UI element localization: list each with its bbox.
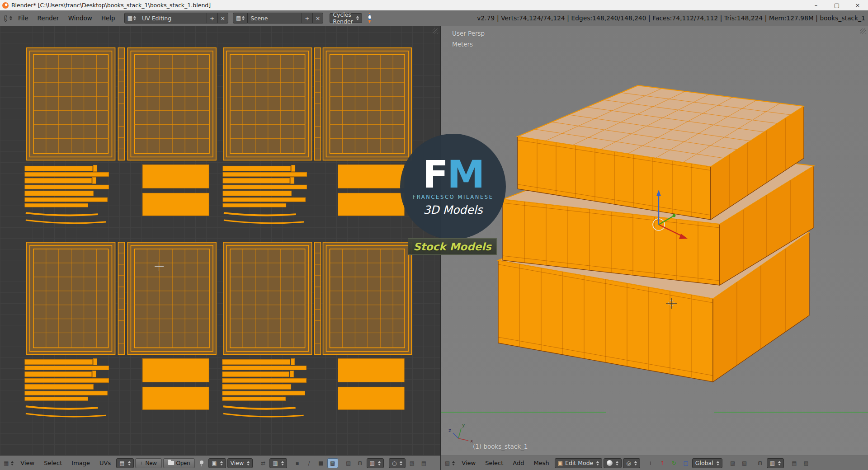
spinner-icon — [247, 461, 250, 465]
open-image-button[interactable]: Open — [163, 458, 195, 468]
toggle-icon: ▧ — [742, 461, 747, 466]
sticky-icon: ▥ — [273, 461, 278, 466]
editor-type-button-3d[interactable]: ▧ — [443, 458, 456, 468]
snap-toggle-button[interactable]: U — [355, 458, 366, 468]
orientation-value: Global — [695, 460, 713, 466]
svg-text:y: y — [462, 422, 465, 428]
pin-toggle-button[interactable] — [196, 458, 207, 468]
snap-element-combo[interactable]: ▥ — [767, 458, 784, 468]
menu-help[interactable]: Help — [97, 10, 120, 26]
spinner-icon — [356, 16, 359, 20]
spinner-icon — [717, 461, 719, 465]
spinner-icon — [9, 16, 12, 20]
viewport-persp-label: User Persp — [452, 30, 485, 37]
menu-render[interactable]: Render — [33, 10, 64, 26]
viewport-units-label: Meters — [452, 41, 473, 48]
uv-toggle-a[interactable]: ▧ — [406, 458, 417, 468]
viewport-shading-combo[interactable] — [604, 458, 622, 468]
sticky-selection-combo[interactable]: ▥ — [269, 458, 287, 468]
scene-add-button[interactable]: + — [302, 13, 312, 24]
uv-menu-image[interactable]: Image — [67, 456, 94, 470]
screen-layout-add-button[interactable]: + — [207, 13, 217, 24]
layout-grid-icon: ▦ — [127, 15, 132, 21]
viewport-object-label: (1) books_stack_1 — [473, 443, 528, 450]
region-resize-grip[interactable] — [860, 28, 866, 34]
menu-window[interactable]: Window — [64, 10, 97, 26]
snap-toggle-button[interactable]: U — [755, 458, 766, 468]
uv-select-mode-island[interactable]: ▩ — [327, 458, 338, 468]
render-anim-icon: ▨ — [803, 461, 808, 466]
vp-menu-view[interactable]: View — [458, 456, 480, 470]
watermark-fm: FM — [423, 157, 484, 193]
scene-selector: ▤ Scene + × — [233, 13, 323, 24]
uv-select-mode-vertex[interactable]: ▪ — [292, 458, 303, 468]
watermark-subtitle: 3D Models — [423, 203, 482, 216]
scene-name[interactable]: Scene — [248, 13, 302, 24]
screen-layout-selector: ▦ UV Editing + × — [124, 13, 228, 24]
manipulator-rotate[interactable]: ↻ — [669, 458, 679, 468]
screen-layout-close-button[interactable]: × — [218, 13, 228, 24]
proportional-icon: ○ — [392, 461, 396, 466]
close-button[interactable]: × — [847, 0, 868, 10]
uv-toggle-b[interactable]: ▤ — [418, 458, 429, 468]
maximize-button[interactable]: ▢ — [826, 0, 847, 10]
render-engine-combo[interactable]: Cycles Render — [330, 13, 362, 23]
vp-menu-mesh[interactable]: Mesh — [529, 456, 553, 470]
uv-sync-selection-toggle[interactable]: ⇄ — [258, 458, 269, 468]
uv-canvas[interactable] — [0, 26, 440, 456]
region-resize-grip[interactable] — [433, 28, 438, 34]
window-title: Blender* [C:\Users\franc\Desktop\books_s… — [11, 2, 211, 9]
view-combo[interactable]: View — [227, 458, 253, 468]
image-browse-combo[interactable]: ▤ — [116, 458, 133, 468]
screen-layout-name[interactable]: UV Editing — [139, 13, 207, 24]
spinner-icon — [400, 461, 402, 465]
proportional-edit-combo[interactable]: ○ — [389, 458, 406, 468]
layers-button[interactable]: ▨ — [727, 458, 738, 468]
manipulator-scale[interactable]: □ — [680, 458, 691, 468]
edge-mode-icon: / — [308, 461, 310, 466]
render-engine-value: Cycles Render — [333, 11, 353, 25]
spinner-icon — [452, 461, 455, 465]
scene-close-button[interactable]: × — [313, 13, 323, 24]
transform-orientation-combo[interactable]: Global — [692, 458, 722, 468]
snap-element-combo[interactable]: ▥ — [367, 458, 384, 468]
toggle-icon: ▧ — [410, 461, 415, 466]
vp-menu-add[interactable]: Add — [509, 456, 528, 470]
opengl-render-image-button[interactable]: ▤ — [789, 458, 800, 468]
toggle-icon: ▤ — [421, 461, 426, 466]
new-image-button[interactable]: + New — [135, 458, 162, 468]
manipulator-translate[interactable]: ↑ — [657, 458, 668, 468]
uv-select-mode-edge[interactable]: / — [304, 458, 315, 468]
uv-menu-select[interactable]: Select — [40, 456, 66, 470]
viewport-canvas[interactable]: x y z — [441, 26, 868, 456]
opengl-render-anim-button[interactable]: ▨ — [801, 458, 811, 468]
uv-2d-cursor — [155, 262, 164, 271]
watermark-f: F — [423, 152, 447, 197]
folder-icon — [168, 461, 174, 465]
pivot-point-combo[interactable]: ◎ — [623, 458, 640, 468]
uv-menu-view[interactable]: View — [16, 456, 38, 470]
watermark-m: M — [447, 152, 484, 197]
uv-select-mode-face[interactable]: ■ — [316, 458, 326, 468]
uv-menu-uvs[interactable]: UVs — [95, 456, 115, 470]
scale-icon: □ — [683, 461, 688, 466]
uv-other-toggle[interactable]: ▨ — [343, 458, 354, 468]
island-mode-icon: ▩ — [330, 461, 335, 466]
display-channels-combo[interactable]: ▣ — [208, 458, 226, 468]
sync-icon: ⇄ — [261, 461, 265, 466]
screen-layout-browse[interactable]: ▦ — [124, 13, 139, 24]
spinner-icon — [596, 461, 599, 465]
editor-type-button-uv[interactable]: ▦ — [2, 458, 15, 468]
menu-file[interactable]: File — [14, 10, 33, 26]
mode-combo[interactable]: ▣ Edit Mode — [555, 458, 603, 468]
vp-menu-select[interactable]: Select — [481, 456, 507, 470]
titlebar: Blender* [C:\Users\franc\Desktop\books_s… — [0, 0, 868, 10]
editor-type-button-info[interactable]: i — [3, 13, 14, 23]
spinner-icon — [778, 461, 781, 465]
scene-browse[interactable]: ▤ — [233, 13, 248, 24]
magnet-icon: U — [758, 460, 763, 466]
render-image-icon: ▤ — [792, 461, 797, 466]
minimize-button[interactable]: – — [806, 0, 826, 10]
manipulator-toggle[interactable]: + — [645, 458, 656, 468]
lock-to-scene-toggle[interactable]: ▧ — [739, 458, 750, 468]
